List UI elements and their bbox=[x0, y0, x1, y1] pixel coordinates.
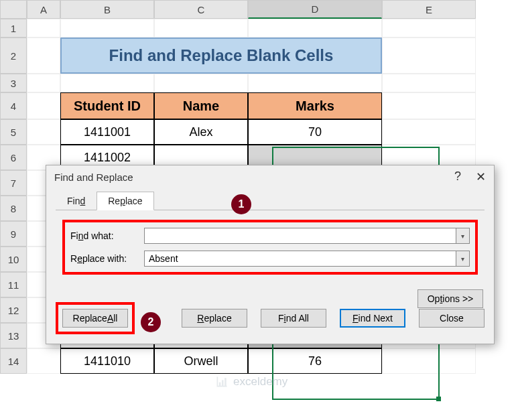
find-what-dropdown[interactable]: ▾ bbox=[456, 228, 470, 244]
chevron-down-icon: ▾ bbox=[461, 255, 464, 263]
cell[interactable] bbox=[382, 74, 476, 92]
row-header-8[interactable]: 8 bbox=[0, 196, 27, 221]
row-header-9[interactable]: 9 bbox=[0, 221, 27, 247]
watermark: exceldemy bbox=[214, 375, 287, 389]
tab-replace[interactable]: Replace bbox=[97, 192, 153, 210]
cell[interactable] bbox=[154, 74, 248, 92]
cell[interactable] bbox=[60, 74, 154, 92]
table-cell-marks[interactable]: 76 bbox=[248, 348, 382, 374]
table-cell-name[interactable]: Alex bbox=[154, 119, 248, 145]
select-all-corner[interactable] bbox=[0, 0, 27, 19]
find-what-input[interactable] bbox=[144, 228, 456, 244]
tab-find[interactable]: Find bbox=[56, 192, 97, 210]
row-header-1[interactable]: 1 bbox=[0, 19, 27, 38]
close-icon[interactable]: ✕ bbox=[476, 169, 486, 184]
row-header-3[interactable]: 3 bbox=[0, 74, 27, 92]
callout-badge-1: 1 bbox=[231, 194, 251, 214]
cell[interactable] bbox=[382, 92, 476, 119]
help-icon[interactable]: ? bbox=[454, 169, 461, 184]
table-cell-id[interactable]: 1411010 bbox=[60, 348, 154, 374]
cell[interactable] bbox=[248, 19, 382, 38]
callout-inputs: Find what: ▾ Replace with: ▾ bbox=[62, 220, 478, 275]
row-header-13[interactable]: 13 bbox=[0, 323, 27, 348]
table-cell-name[interactable]: Orwell bbox=[154, 348, 248, 374]
cell[interactable] bbox=[60, 19, 154, 38]
close-button[interactable]: Close bbox=[419, 309, 485, 328]
cell[interactable] bbox=[382, 119, 476, 145]
cell[interactable] bbox=[27, 74, 60, 92]
row-header-4[interactable]: 4 bbox=[0, 92, 27, 119]
chevron-down-icon: ▾ bbox=[461, 232, 464, 240]
cell[interactable] bbox=[27, 38, 60, 74]
cell[interactable] bbox=[248, 74, 382, 92]
cell[interactable] bbox=[27, 119, 60, 145]
find-replace-dialog: Find and Replace ? ✕ Find Replace Find w… bbox=[46, 165, 495, 344]
cell[interactable] bbox=[27, 19, 60, 38]
replace-all-button[interactable]: Replace All bbox=[62, 309, 128, 328]
page-title: Find and Replace Blank Cells bbox=[60, 38, 382, 74]
row-header-2[interactable]: 2 bbox=[0, 38, 27, 74]
col-header-B[interactable]: B bbox=[60, 0, 154, 19]
row-header-10[interactable]: 10 bbox=[0, 247, 27, 272]
table-header-id: Student ID bbox=[60, 92, 154, 119]
cell[interactable] bbox=[382, 19, 476, 38]
replace-with-input[interactable] bbox=[144, 251, 456, 267]
cell[interactable] bbox=[382, 348, 476, 374]
replace-with-label: Replace with: bbox=[70, 253, 144, 264]
row-header-11[interactable]: 11 bbox=[0, 272, 27, 297]
chart-icon bbox=[214, 375, 229, 389]
find-next-button[interactable]: Find Next bbox=[340, 309, 405, 328]
cell[interactable] bbox=[27, 92, 60, 119]
row-header-5[interactable]: 5 bbox=[0, 119, 27, 145]
table-cell-marks[interactable]: 70 bbox=[248, 119, 382, 145]
dialog-title: Find and Replace bbox=[54, 171, 133, 183]
cell[interactable] bbox=[382, 38, 476, 74]
find-what-label: Find what: bbox=[70, 230, 144, 241]
row-header-12[interactable]: 12 bbox=[0, 297, 27, 323]
col-header-E[interactable]: E bbox=[382, 0, 476, 19]
col-header-D[interactable]: D bbox=[248, 0, 382, 19]
cell[interactable] bbox=[27, 348, 60, 374]
col-header-C[interactable]: C bbox=[154, 0, 248, 19]
selection-handle[interactable] bbox=[436, 397, 441, 401]
find-all-button[interactable]: Find All bbox=[261, 309, 326, 328]
callout-replace-all: Replace All bbox=[56, 302, 135, 334]
replace-button[interactable]: Replace bbox=[182, 309, 247, 328]
col-header-A[interactable]: A bbox=[27, 0, 60, 19]
table-header-marks: Marks bbox=[248, 92, 382, 119]
cell[interactable] bbox=[154, 19, 248, 38]
table-cell-id[interactable]: 1411001 bbox=[60, 119, 154, 145]
row-header-6[interactable]: 6 bbox=[0, 145, 27, 170]
callout-badge-2: 2 bbox=[141, 312, 161, 332]
replace-with-dropdown[interactable]: ▾ bbox=[456, 251, 470, 267]
row-header-14[interactable]: 14 bbox=[0, 348, 27, 374]
table-header-name: Name bbox=[154, 92, 248, 119]
dialog-tabs: Find Replace bbox=[56, 191, 494, 210]
row-header-7[interactable]: 7 bbox=[0, 170, 27, 196]
